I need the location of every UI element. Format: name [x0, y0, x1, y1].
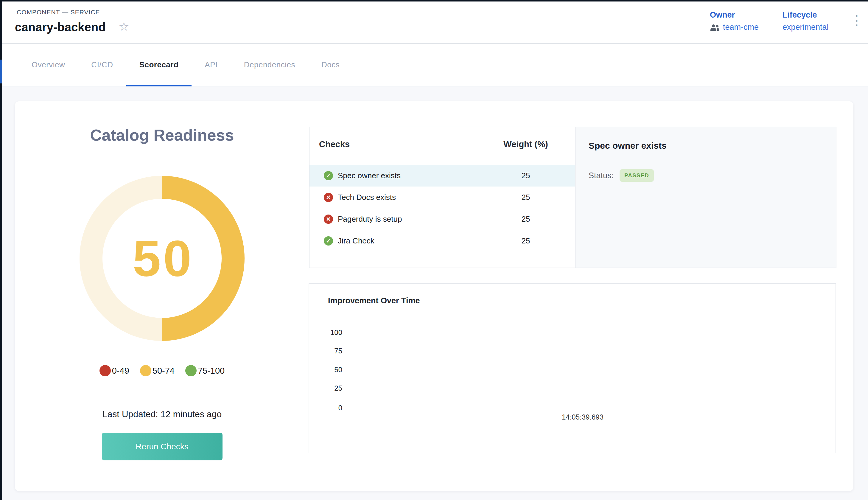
legend-dot-yellow	[140, 365, 151, 376]
y-axis-tick: 50	[309, 366, 342, 374]
check-status-row: Status: PASSED	[589, 169, 836, 182]
scorecard-page: COMPONENT — SERVICE canary-backend ☆ Own…	[0, 0, 868, 500]
breadcrumb: COMPONENT — SERVICE	[17, 9, 100, 16]
gauge-title: Catalog Readiness	[15, 126, 309, 144]
catalog-readiness-section: Catalog Readiness 50 0-49 50-74 75-100	[15, 101, 309, 461]
checks-table-header: Checks Weight (%)	[310, 139, 575, 149]
checks-list: Checks Weight (%) ✓ Spec owner exists 25…	[310, 127, 575, 268]
score-value: 50	[132, 229, 194, 287]
check-circle-icon: ✓	[324, 236, 333, 246]
legend-dot-red	[100, 365, 111, 376]
entity-header: COMPONENT — SERVICE canary-backend ☆ Own…	[2, 1, 868, 44]
tab-cicd[interactable]: CI/CD	[78, 44, 126, 86]
score-gauge: 50	[80, 176, 245, 341]
y-axis-tick: 75	[309, 347, 342, 355]
owner-label: Owner	[710, 10, 759, 20]
cross-circle-icon: ✕	[324, 215, 333, 224]
tab-bar: Overview CI/CD Scorecard API Dependencie…	[2, 44, 868, 87]
tab-overview[interactable]: Overview	[19, 44, 78, 86]
owner-link[interactable]: team-cme	[723, 23, 759, 32]
check-detail-pane: Spec owner exists Status: PASSED	[575, 127, 836, 268]
x-axis-tick: 14:05:39.693	[562, 413, 603, 421]
score-legend: 0-49 50-74 75-100	[15, 365, 309, 376]
kebab-menu-icon[interactable]: ⋮	[850, 13, 864, 27]
y-axis-tick: 25	[309, 384, 342, 393]
owner-block: Owner team-cme	[710, 10, 759, 32]
check-row-pagerduty[interactable]: ✕ Pagerduty is setup 25	[310, 208, 575, 230]
check-row-tech-docs[interactable]: ✕ Tech Docs exists 25	[310, 186, 575, 208]
page-title: canary-backend	[15, 21, 106, 34]
status-badge: PASSED	[620, 169, 654, 182]
legend-item-high: 75-100	[185, 365, 224, 376]
cross-circle-icon: ✕	[324, 193, 333, 202]
weight-column-header: Weight (%)	[484, 139, 567, 149]
y-axis-tick: 0	[309, 404, 342, 412]
tab-docs[interactable]: Docs	[308, 44, 353, 86]
score-gauge-hole: 50	[103, 199, 222, 318]
check-circle-icon: ✓	[324, 171, 333, 180]
check-row-jira[interactable]: ✓ Jira Check 25	[310, 230, 575, 252]
lifecycle-value: experimental	[783, 23, 829, 32]
status-label: Status:	[589, 171, 614, 180]
check-detail-title: Spec owner exists	[589, 141, 836, 151]
y-axis-tick: 100	[309, 328, 342, 337]
rerun-checks-button[interactable]: Rerun Checks	[102, 433, 222, 461]
scorecard-card: Catalog Readiness 50 0-49 50-74 75-100	[15, 101, 853, 491]
improvement-chart-card: Improvement Over Time 100 75 50 25 0 14:…	[309, 283, 836, 453]
last-updated-text: Last Updated: 12 minutes ago	[15, 409, 309, 419]
checks-panel: Checks Weight (%) ✓ Spec owner exists 25…	[309, 127, 836, 268]
checks-column-header: Checks	[319, 139, 484, 149]
tab-dependencies[interactable]: Dependencies	[231, 44, 308, 86]
favorite-star-icon[interactable]: ☆	[118, 21, 129, 33]
tab-scorecard[interactable]: Scorecard	[126, 44, 192, 86]
chart-title: Improvement Over Time	[328, 296, 420, 305]
left-edge-accent	[0, 60, 2, 83]
legend-item-low: 0-49	[100, 365, 129, 376]
lifecycle-label: Lifecycle	[783, 10, 829, 20]
tab-api[interactable]: API	[192, 44, 231, 86]
legend-item-mid: 50-74	[140, 365, 175, 376]
team-icon	[710, 24, 720, 31]
lifecycle-block: Lifecycle experimental	[783, 10, 829, 32]
check-row-spec-owner[interactable]: ✓ Spec owner exists 25	[310, 165, 575, 186]
legend-dot-green	[185, 365, 197, 376]
